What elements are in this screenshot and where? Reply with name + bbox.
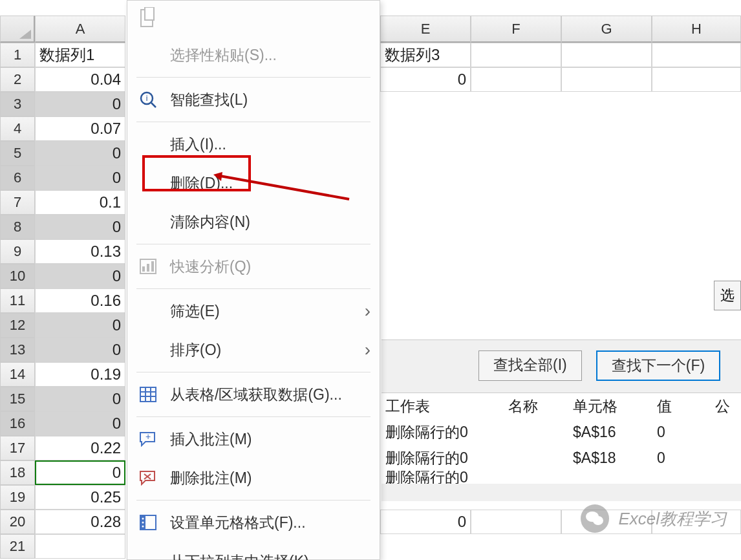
svg-point-20 — [142, 522, 144, 524]
cell-A13[interactable]: 0 — [35, 338, 125, 362]
row-header-19[interactable]: 19 — [0, 485, 35, 510]
menu-paste-icon-top — [127, 1, 380, 36]
row-header-13[interactable]: 13 — [0, 338, 35, 362]
cell-A7[interactable]: 0.1 — [35, 190, 125, 215]
menu-quick-analysis: 快速分析(Q) — [127, 247, 380, 286]
col-header-E[interactable]: E — [380, 16, 471, 43]
row-header-2[interactable]: 2 — [0, 67, 35, 92]
cell-E20[interactable]: 0 — [380, 510, 471, 534]
row-header-3[interactable]: 3 — [0, 92, 35, 116]
svg-point-19 — [142, 518, 144, 520]
find-next-button[interactable]: 查找下一个(F) — [596, 350, 720, 381]
row-header-11[interactable]: 11 — [0, 288, 35, 313]
menu-filter[interactable]: 筛选(E) › — [127, 292, 380, 330]
row-header-10[interactable]: 10 — [0, 264, 35, 288]
find-result-row[interactable]: 删除隔行的0 — [381, 471, 741, 484]
row-header-16[interactable]: 16 — [0, 411, 35, 436]
cell-A1[interactable]: 数据列1 — [35, 43, 125, 67]
clipboard-icon — [135, 6, 161, 30]
row-header-6[interactable]: 6 — [0, 166, 35, 190]
row-header-4[interactable]: 4 — [0, 116, 35, 141]
menu-format-cells[interactable]: 设置单元格格式(F)... — [127, 503, 380, 542]
svg-text:i: i — [146, 94, 148, 103]
row-header-17[interactable]: 17 — [0, 436, 35, 460]
find-result-row[interactable]: 删除隔行的0 $A$18 0 — [381, 445, 741, 471]
menu-delete-comment[interactable]: 删除批注(M) — [127, 458, 380, 497]
cell-A20[interactable]: 0.28 — [35, 510, 125, 534]
row-header-9[interactable]: 9 — [0, 239, 35, 264]
select-all-corner[interactable] — [0, 16, 35, 43]
cell-A21[interactable] — [35, 534, 125, 559]
quick-analysis-icon — [135, 255, 161, 278]
svg-rect-1 — [145, 7, 154, 20]
watermark: Excel教程学习 — [581, 504, 727, 533]
context-menu: 选择性粘贴(S)... i 智能查找(L) 插入(I)... 删除(D)... … — [127, 0, 380, 560]
comment-add-icon: + — [135, 427, 161, 451]
cell-F1[interactable] — [471, 43, 561, 67]
svg-line-3 — [151, 103, 156, 107]
col-header-F[interactable]: F — [471, 16, 561, 43]
cell-A9[interactable]: 0.13 — [35, 239, 125, 264]
cell-A11[interactable]: 0.16 — [35, 288, 125, 313]
cell-A15[interactable]: 0 — [35, 387, 125, 411]
cell-A18[interactable]: 0 — [35, 460, 125, 485]
cell-A10[interactable]: 0 — [35, 264, 125, 288]
col-header-G[interactable]: G — [561, 16, 652, 43]
table-icon — [135, 383, 161, 406]
cell-A19[interactable]: 0.25 — [35, 485, 125, 510]
svg-point-21 — [142, 526, 144, 528]
menu-insert[interactable]: 插入(I)... — [127, 125, 380, 164]
find-results-header: 工作表 名称 单元格 值 公 — [381, 393, 741, 419]
menu-clear-contents[interactable]: 清除内容(N) — [127, 202, 380, 241]
cell-A17[interactable]: 0.22 — [35, 436, 125, 460]
menu-paste-special: 选择性粘贴(S)... — [127, 36, 380, 74]
cell-A5[interactable]: 0 — [35, 141, 125, 166]
chevron-right-icon: › — [365, 339, 370, 360]
svg-text:+: + — [145, 431, 151, 442]
menu-get-data[interactable]: 从表格/区域获取数据(G)... — [127, 375, 380, 414]
svg-rect-7 — [147, 264, 149, 272]
row-header-20[interactable]: 20 — [0, 510, 35, 534]
menu-dropdown-list[interactable]: 从下拉列表中选择(K)... — [127, 542, 380, 560]
row-header-14[interactable]: 14 — [0, 362, 35, 387]
cell-A8[interactable]: 0 — [35, 215, 125, 239]
row-header-15[interactable]: 15 — [0, 387, 35, 411]
cell-G1[interactable] — [561, 43, 652, 67]
row-header-18[interactable]: 18 — [0, 460, 35, 485]
find-results-table: 工作表 名称 单元格 值 公 删除隔行的0 $A$16 0 删除隔行的0 $A$… — [381, 393, 741, 484]
column-header-row: A — [0, 16, 125, 43]
row-header-1[interactable]: 1 — [0, 43, 35, 67]
cell-A12[interactable]: 0 — [35, 313, 125, 338]
row-header-21[interactable]: 21 — [0, 534, 35, 559]
find-all-button[interactable]: 查找全部(I) — [478, 350, 582, 381]
search-icon: i — [135, 88, 161, 111]
find-dialog: 查找全部(I) 查找下一个(F) 工作表 名称 单元格 值 公 删除隔行的0 $… — [381, 339, 741, 501]
cell-A6[interactable]: 0 — [35, 166, 125, 190]
svg-rect-8 — [151, 261, 154, 272]
svg-rect-6 — [142, 266, 145, 272]
cell-A3[interactable]: 0 — [35, 92, 125, 116]
row-header-12[interactable]: 12 — [0, 313, 35, 338]
cell-A4[interactable]: 0.07 — [35, 116, 125, 141]
row-header-8[interactable]: 8 — [0, 215, 35, 239]
menu-smart-lookup[interactable]: i 智能查找(L) — [127, 80, 380, 119]
menu-delete[interactable]: 删除(D)... — [127, 164, 380, 202]
options-button-partial[interactable]: 选 — [714, 281, 741, 310]
menu-sort[interactable]: 排序(O) › — [127, 330, 380, 369]
chevron-right-icon: › — [365, 301, 370, 321]
row-header-7[interactable]: 7 — [0, 190, 35, 215]
cell-H1[interactable] — [652, 43, 741, 67]
col-header-H[interactable]: H — [652, 16, 741, 43]
cell-A16[interactable]: 0 — [35, 411, 125, 436]
cell-A2[interactable]: 0.04 — [35, 67, 125, 92]
menu-insert-comment[interactable]: + 插入批注(M) — [127, 420, 380, 458]
svg-rect-9 — [140, 387, 156, 402]
col-header-A[interactable]: A — [35, 16, 125, 43]
cell-A14[interactable]: 0.19 — [35, 362, 125, 387]
row-header-5[interactable]: 5 — [0, 141, 35, 166]
cell-E2[interactable]: 0 — [380, 67, 471, 92]
svg-point-25 — [593, 516, 603, 525]
find-result-row[interactable]: 删除隔行的0 $A$16 0 — [381, 419, 741, 445]
cell-E1[interactable]: 数据列3 — [380, 43, 471, 67]
comment-delete-icon — [135, 466, 161, 490]
